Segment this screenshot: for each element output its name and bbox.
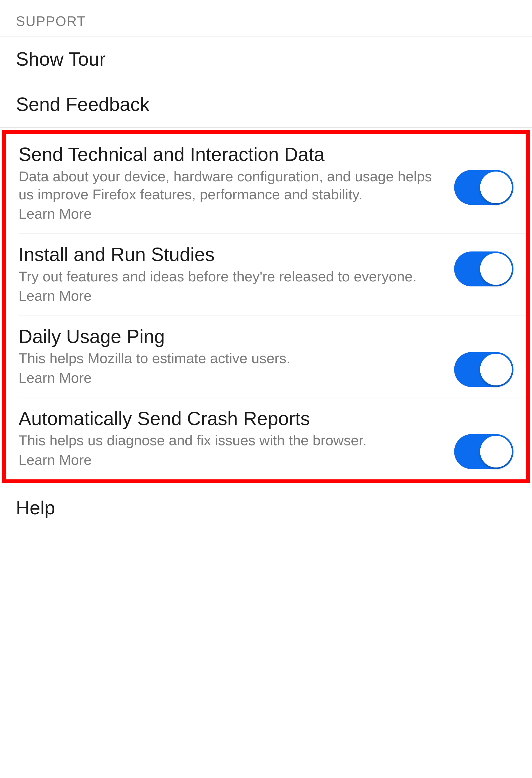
- help-row[interactable]: Help: [0, 486, 532, 531]
- crash-reports-row: Automatically Send Crash Reports This he…: [6, 398, 526, 480]
- row-title: Install and Run Studies: [18, 243, 444, 265]
- divider: [0, 531, 532, 531]
- row-text: Daily Usage Ping This helps Mozilla to e…: [18, 326, 444, 388]
- show-tour-row[interactable]: Show Tour: [0, 37, 532, 82]
- daily-usage-ping-toggle[interactable]: [454, 352, 514, 387]
- row-description: Try out features and ideas before they'r…: [18, 267, 444, 286]
- toggle-knob: [480, 436, 512, 467]
- toggle-container: [454, 408, 514, 469]
- divider: [0, 127, 532, 128]
- row-description: Data about your device, hardware configu…: [18, 168, 444, 203]
- daily-usage-ping-row: Daily Usage Ping This helps Mozilla to e…: [6, 316, 526, 398]
- row-description: This helps Mozilla to estimate active us…: [18, 349, 444, 368]
- row-description: This helps us diagnose and fix issues wi…: [18, 432, 444, 450]
- highlight-box: Send Technical and Interaction Data Data…: [2, 130, 530, 483]
- toggle-container: [454, 243, 514, 287]
- learn-more-link[interactable]: Learn More: [18, 204, 444, 224]
- row-text: Send Technical and Interaction Data Data…: [18, 144, 444, 224]
- install-run-studies-toggle[interactable]: [454, 251, 514, 287]
- row-title: Automatically Send Crash Reports: [18, 408, 444, 430]
- learn-more-link[interactable]: Learn More: [18, 450, 444, 470]
- learn-more-link[interactable]: Learn More: [18, 286, 444, 306]
- row-text: Automatically Send Crash Reports This he…: [18, 408, 444, 470]
- send-technical-data-toggle[interactable]: [454, 170, 514, 205]
- row-title: Daily Usage Ping: [18, 326, 444, 347]
- row-text: Install and Run Studies Try out features…: [18, 243, 444, 306]
- row-title: Send Technical and Interaction Data: [18, 144, 444, 165]
- toggle-container: [454, 326, 514, 387]
- toggle-knob: [480, 253, 512, 285]
- install-run-studies-row: Install and Run Studies Try out features…: [6, 234, 526, 316]
- toggle-knob: [480, 171, 512, 203]
- crash-reports-toggle[interactable]: [454, 434, 514, 469]
- section-header-support: SUPPORT: [0, 0, 532, 36]
- toggle-container: [454, 144, 514, 205]
- toggle-knob: [480, 354, 512, 385]
- send-feedback-row[interactable]: Send Feedback: [0, 82, 532, 127]
- learn-more-link[interactable]: Learn More: [18, 368, 444, 388]
- send-technical-data-row: Send Technical and Interaction Data Data…: [6, 134, 526, 233]
